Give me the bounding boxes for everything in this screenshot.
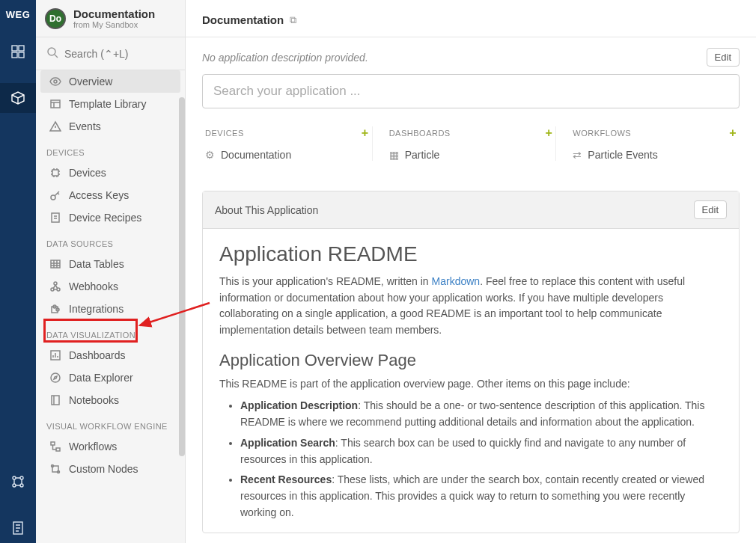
svg-point-7 [13,484,16,487]
search-input[interactable] [64,48,174,60]
readme-h3: Application Overview Page [219,351,722,370]
sidebar-scroll: Overview Template Library Events DEVICES… [36,70,185,543]
table-icon [49,258,61,270]
page-title: Documentation [202,13,284,26]
sidebar-item-label: Webhooks [69,280,118,292]
svg-rect-2 [12,52,17,58]
panel-heading: About This Application [215,204,318,216]
svg-point-18 [54,282,57,285]
sidebar-item-label: Template Library [69,98,147,110]
item-label: Particle [405,149,440,161]
svg-rect-14 [52,213,59,222]
add-workflow-button[interactable]: + [729,126,737,140]
sidebar: Do Documentation from My Sandbox Overvie… [36,0,186,543]
svg-point-6 [20,484,23,487]
svg-point-4 [13,476,16,479]
add-device-button[interactable]: + [362,126,369,140]
sidebar-item-overview[interactable]: Overview [40,70,180,93]
sidebar-item-events[interactable]: Events [36,115,185,138]
sidebar-item-notebooks[interactable]: Notebooks [36,389,185,411]
list-item: Application Description: This should be … [240,398,722,430]
svg-rect-19 [52,307,58,313]
dashboard-item[interactable]: ▦ Particle [389,149,553,161]
scrollbar[interactable] [179,97,185,456]
avatar: Do [45,8,66,29]
svg-rect-15 [51,260,60,268]
edit-readme-button[interactable]: Edit [694,200,727,219]
devices-column: DEVICES + ⚙ Documentation [202,126,372,161]
svg-point-10 [54,80,57,83]
workflow-item[interactable]: ⇄ Particle Events [573,149,737,161]
svg-rect-0 [12,46,17,51]
about-panel: About This Application Edit Application … [202,191,740,533]
sidebar-item-label: Dashboards [69,349,126,361]
search-icon [46,46,58,61]
node-icon [49,463,61,475]
webhook-icon [49,280,61,292]
file-icon[interactable] [0,513,36,543]
section-heading: VISUAL WORKFLOW ENGINE [36,411,185,435]
main-header: Documentation ⧉ [186,0,756,37]
sidebar-item-device-recipes[interactable]: Device Recipes [36,206,185,229]
item-label: Particle Events [588,149,657,161]
sidebar-item-template-library[interactable]: Template Library [36,93,185,115]
chart-icon: ▦ [389,149,399,161]
chart-icon [49,349,61,361]
add-dashboard-button[interactable]: + [546,126,553,140]
no-description: No application description provided. [202,52,368,64]
svg-rect-25 [51,442,55,445]
dashboards-column: DASHBOARDS + ▦ Particle [372,126,556,161]
edit-description-button[interactable]: Edit [707,48,740,67]
sidebar-search[interactable] [36,37,185,70]
sidebar-item-label: Access Keys [69,189,129,201]
compass-icon [49,372,61,384]
copy-icon[interactable]: ⧉ [290,14,296,26]
sidebar-item-data-tables[interactable]: Data Tables [36,253,185,275]
sidebar-item-label: Integrations [69,303,124,315]
icon-rail: WEG [0,0,36,543]
network-icon[interactable] [0,467,36,497]
readme-h2: Application README [219,242,722,266]
column-heading: DASHBOARDS [389,129,451,138]
item-label: Documentation [221,149,291,161]
svg-point-5 [20,476,23,479]
app-subtitle: from My Sandbox [73,20,155,29]
puzzle-icon [49,303,61,315]
readme-p1: This is your application's README, writt… [219,274,722,339]
sidebar-item-workflows[interactable]: Workflows [36,435,185,458]
sidebar-item-dashboards[interactable]: Dashboards [36,344,185,366]
sidebar-item-integrations[interactable]: Integrations [36,298,185,320]
main-body: No application description provided. Edi… [186,37,756,543]
sidebar-item-label: Device Recipes [69,212,141,224]
svg-point-23 [51,373,60,382]
column-heading: WORKFLOWS [573,129,631,138]
device-item[interactable]: ⚙ Documentation [205,149,369,161]
sidebar-item-label: Overview [69,76,112,88]
dashboard-icon[interactable] [0,37,36,67]
sidebar-item-label: Notebooks [69,394,119,406]
sidebar-item-devices[interactable]: Devices [36,162,185,184]
application-search-input[interactable] [202,74,740,108]
list-item: Recent Resources: These lists, which are… [240,472,722,521]
flow-icon: ⇄ [573,149,582,161]
warning-icon [49,120,61,132]
markdown-link[interactable]: Markdown [432,275,481,287]
template-icon [49,98,61,110]
sidebar-item-access-keys[interactable]: Access Keys [36,184,185,206]
sidebar-item-data-explorer[interactable]: Data Explorer [36,366,185,389]
section-heading: DEVICES [36,138,185,162]
sidebar-item-webhooks[interactable]: Webhooks [36,275,185,298]
app-title: Documentation [73,7,155,20]
svg-rect-3 [19,52,24,58]
cpu-icon [49,167,61,179]
readme-p2: This README is part of the application o… [219,376,722,393]
box-icon[interactable] [0,83,36,113]
sidebar-item-custom-nodes[interactable]: Custom Nodes [36,458,185,480]
sidebar-item-label: Devices [69,167,106,179]
eye-icon [49,76,61,88]
logo: WEG [6,9,31,20]
cpu-icon: ⚙ [205,149,215,161]
svg-rect-1 [19,46,24,51]
svg-rect-24 [52,396,59,405]
sidebar-header: Do Documentation from My Sandbox [36,0,185,37]
